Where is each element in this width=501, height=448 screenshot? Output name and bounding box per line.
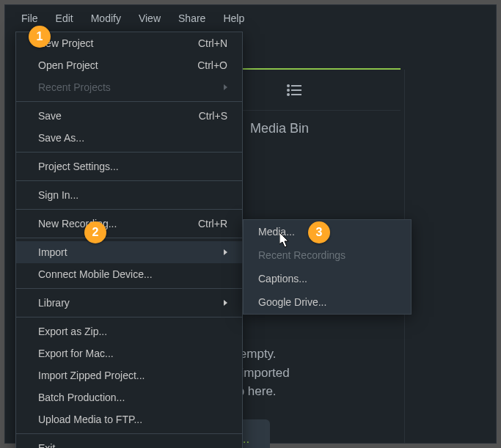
tab-list-view[interactable] (261, 70, 327, 110)
menu-item-label: Exit (38, 442, 55, 448)
menu-separator (16, 101, 242, 102)
list-icon (287, 84, 301, 96)
submenu-arrow-icon (224, 84, 227, 90)
menu-item-shortcut: Ctrl+S (199, 110, 227, 122)
menu-item-label: Connect Mobile Device... (38, 268, 153, 280)
mouse-cursor-icon (279, 232, 293, 249)
menu-exit[interactable]: Exit (16, 437, 242, 448)
menu-separator (16, 209, 242, 210)
menu-share[interactable]: Share (169, 8, 214, 29)
menu-import[interactable]: Import (16, 241, 242, 263)
menu-connect-mobile[interactable]: Connect Mobile Device... (16, 263, 242, 285)
menu-item-label: Open Project (38, 59, 98, 71)
menu-separator (16, 238, 242, 238)
menu-upload-ftp[interactable]: Upload Media to FTP... (16, 408, 242, 430)
menu-item-label: Upload Media to FTP... (38, 414, 142, 425)
menu-export-zip[interactable]: Export as Zip... (16, 320, 242, 342)
menu-help[interactable]: Help (214, 8, 253, 29)
submenu-captions[interactable]: Captions... (244, 267, 411, 290)
menu-item-label: Export as Zip... (38, 326, 107, 337)
menu-sign-in[interactable]: Sign In... (16, 184, 242, 206)
svg-rect-1 (291, 85, 301, 87)
menu-modify[interactable]: Modify (82, 8, 130, 29)
menu-item-shortcut: Ctrl+R (198, 218, 227, 229)
menu-item-label: Import (38, 246, 67, 258)
menu-import-zipped[interactable]: Import Zipped Project... (16, 364, 242, 386)
submenu-recent-recordings[interactable]: Recent Recordings (244, 243, 411, 267)
svg-point-0 (287, 84, 290, 87)
menubar: File Edit Modify View Share Help (5, 5, 496, 32)
menu-item-label: Project Settings... (38, 161, 119, 172)
menu-item-label: Save (38, 110, 62, 122)
menu-item-label: Library (38, 297, 70, 309)
menu-batch-production[interactable]: Batch Production... (16, 386, 242, 408)
menu-item-label: Batch Production... (38, 392, 125, 403)
menu-view[interactable]: View (130, 8, 169, 29)
submenu-arrow-icon (224, 300, 227, 306)
menu-item-shortcut: Ctrl+N (198, 37, 227, 49)
menu-separator (16, 433, 242, 434)
menu-project-settings[interactable]: Project Settings... (16, 155, 242, 177)
menu-save[interactable]: Save Ctrl+S (16, 105, 242, 127)
menu-library[interactable]: Library (16, 292, 242, 314)
menu-separator (16, 152, 242, 153)
menu-item-label: Save As... (38, 132, 84, 144)
menu-item-shortcut: Ctrl+O (197, 59, 227, 71)
submenu-arrow-icon (224, 249, 227, 255)
annotation-marker-1: 1 (29, 26, 51, 48)
app-window: File Edit Modify View Share Help Me (4, 4, 497, 444)
menu-separator (16, 180, 242, 181)
menu-open-project[interactable]: Open Project Ctrl+O (16, 54, 242, 76)
menu-separator (16, 288, 242, 289)
menu-item-label: Export for Mac... (38, 348, 114, 359)
menu-save-as[interactable]: Save As... (16, 127, 242, 149)
svg-rect-5 (291, 94, 301, 95)
menu-export-mac[interactable]: Export for Mac... (16, 342, 242, 364)
annotation-marker-2: 2 (84, 221, 106, 243)
menu-item-label: Recent Projects (38, 81, 111, 93)
svg-point-4 (287, 93, 290, 96)
file-menu-dropdown: New Project Ctrl+N Open Project Ctrl+O R… (15, 32, 243, 448)
menu-item-label: Sign In... (38, 189, 78, 201)
menu-edit[interactable]: Edit (47, 8, 82, 29)
svg-point-2 (287, 89, 290, 92)
svg-rect-3 (291, 89, 301, 91)
submenu-google-drive[interactable]: Google Drive... (244, 290, 411, 314)
menu-item-label: Import Zipped Project... (38, 370, 145, 381)
menu-new-recording[interactable]: New Recording... Ctrl+R (16, 213, 242, 235)
menu-recent-projects[interactable]: Recent Projects (16, 76, 242, 98)
annotation-marker-3: 3 (308, 221, 330, 243)
menu-separator (16, 317, 242, 317)
